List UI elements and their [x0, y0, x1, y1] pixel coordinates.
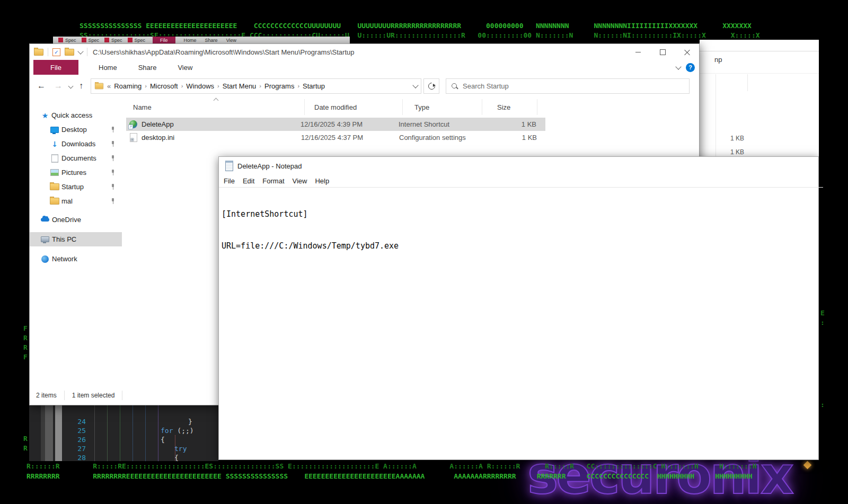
background-tab-label: Spec [111, 38, 122, 43]
sidebar-item-network[interactable]: Network [30, 252, 122, 266]
desktop: SSSSSSSSSSSSSSS EEEEEEEEEEEEEEEEEEEEEE C… [0, 0, 848, 504]
sidebar-item-this-pc[interactable]: This PC [30, 232, 122, 246]
refresh-icon [427, 81, 436, 91]
folder-toolbar-icon[interactable] [65, 49, 74, 56]
background-home-tab[interactable]: Home [184, 38, 197, 43]
network-icon [41, 255, 49, 263]
checkbox-toolbar-icon[interactable]: ✓ [52, 48, 60, 56]
explorer-titlebar[interactable]: ✓ C:\Users\shikhas\AppData\Roaming\Micro… [30, 44, 699, 60]
background-window-strip: Spec Spec Spec Spec File Home Share View [53, 37, 350, 43]
breadcrumb-segment[interactable]: Microsoft [150, 82, 178, 90]
qat-customize-icon[interactable] [77, 48, 83, 54]
notepad-titlebar[interactable]: DeleteApp - Notepad [219, 157, 825, 175]
menu-view[interactable]: View [293, 177, 307, 185]
sidebar-item-label: Pictures [61, 169, 86, 176]
file-row-desktop-ini[interactable]: desktop.ini 12/16/2025 4:37 PM Configura… [126, 131, 545, 144]
background-tab[interactable]: Spec [128, 38, 146, 43]
explorer-app-icon [34, 49, 43, 56]
sidebar-item-label: OneDrive [52, 216, 81, 224]
address-dropdown-icon[interactable] [412, 82, 418, 88]
column-header-name[interactable]: Name [133, 99, 305, 115]
background-tab[interactable]: Spec [58, 38, 76, 43]
file-size: 1 KB [497, 134, 537, 142]
downloads-icon: ↓ [51, 140, 58, 148]
menu-edit[interactable]: Edit [243, 177, 254, 185]
maximize-button[interactable] [650, 44, 675, 60]
sidebar-item-label: mal [61, 197, 73, 205]
column-header-type[interactable]: Type [414, 99, 478, 115]
recent-locations-icon[interactable] [68, 83, 74, 89]
app-icon [82, 38, 86, 42]
up-button[interactable]: ↑ [79, 81, 83, 91]
background-file-tab[interactable]: File [153, 37, 175, 43]
search-box[interactable] [446, 78, 690, 94]
forward-button[interactable]: → [54, 81, 63, 91]
app-icon [58, 38, 63, 42]
breadcrumb-segment[interactable]: Programs [264, 82, 294, 90]
column-header-size[interactable]: Size [497, 99, 534, 115]
address-bar[interactable]: « Roaming › Microsoft › Windows › Start … [91, 78, 421, 94]
ascii-art-bottom-line1: R::::::R R:::::RE:::::::::::::::::::ES::… [26, 462, 757, 471]
ascii-fragment: E [820, 309, 825, 317]
sidebar-item-mal[interactable]: mal [30, 194, 122, 208]
file-name: desktop.ini [142, 134, 301, 142]
menu-file[interactable]: File [224, 177, 235, 185]
ribbon-collapse-icon[interactable] [675, 64, 681, 69]
background-tab[interactable]: Spec [104, 38, 122, 43]
background-tab[interactable]: Spec [82, 38, 100, 43]
sidebar-item-onedrive[interactable]: OneDrive [30, 213, 122, 227]
menu-help[interactable]: Help [315, 177, 329, 185]
code-line: 25 { [29, 417, 218, 426]
background-view-tab[interactable]: View [226, 38, 236, 43]
sidebar-item-startup[interactable]: Startup [30, 180, 122, 194]
breadcrumb-segment[interactable]: Startup [303, 82, 325, 90]
breadcrumb-segment[interactable]: Windows [186, 82, 214, 90]
sidebar-item-label: Quick access [51, 111, 92, 119]
breadcrumb-segment[interactable]: Roaming [114, 82, 142, 90]
close-icon [684, 49, 690, 55]
breadcrumb-prefix: « [107, 82, 111, 90]
ribbon-tabs: File Home Share View [30, 60, 699, 75]
minimize-icon [635, 52, 641, 52]
tab-view[interactable]: View [167, 60, 203, 75]
close-button[interactable] [675, 44, 699, 60]
file-type: Internet Shortcut [399, 120, 497, 128]
background-path-fragment: np [714, 56, 722, 64]
tab-share[interactable]: Share [128, 60, 167, 75]
pictures-icon [50, 169, 59, 176]
refresh-button[interactable] [423, 78, 439, 94]
minimize-button[interactable] [626, 44, 650, 60]
this-pc-icon [41, 236, 49, 242]
ascii-fragment: R [23, 334, 28, 342]
back-button[interactable]: ← [37, 81, 46, 91]
column-divider[interactable] [482, 99, 482, 115]
menu-format[interactable]: Format [262, 177, 284, 185]
sidebar-item-quick-access[interactable]: ★ Quick access [30, 108, 122, 122]
column-divider[interactable] [402, 99, 403, 115]
breadcrumb-segment[interactable]: Start Menu [223, 82, 257, 90]
background-tab-label: Spec [89, 38, 100, 43]
sidebar-item-desktop[interactable]: Desktop [30, 122, 122, 137]
tab-file[interactable]: File [33, 60, 78, 75]
sidebar-item-label: Downloads [61, 140, 95, 148]
sidebar-item-pictures[interactable]: Pictures [30, 165, 122, 180]
tab-home[interactable]: Home [88, 60, 128, 75]
column-divider[interactable] [537, 99, 537, 115]
sidebar-item-downloads[interactable]: ↓ Downloads [30, 137, 122, 151]
breadcrumb-separator: › [181, 83, 183, 89]
notepad-title: DeleteApp - Notepad [237, 162, 302, 170]
search-input[interactable] [462, 82, 684, 91]
help-icon[interactable]: ? [686, 63, 695, 72]
notepad-icon [225, 161, 233, 171]
file-row-deleteapp[interactable]: DeleteApp 12/16/2025 4:39 PM Internet Sh… [126, 118, 545, 131]
internet-shortcut-icon [129, 120, 137, 128]
folder-icon [50, 198, 59, 205]
column-header-date-modified[interactable]: Date modified [314, 99, 399, 115]
notepad-text-area[interactable]: [InternetShortcut] URL=file:///C:/Window… [219, 188, 821, 272]
pin-icon [110, 184, 116, 190]
ascii-art-bottom-line2: RRRRRRRR RRRRRRRREEEEEEEEEEEEEEEEEEEEEEE… [26, 472, 753, 481]
background-share-tab[interactable]: Share [205, 38, 218, 43]
column-divider[interactable] [304, 99, 305, 115]
sidebar-item-documents[interactable]: Documents [30, 151, 122, 165]
sidebar-item-label: Desktop [61, 126, 87, 134]
